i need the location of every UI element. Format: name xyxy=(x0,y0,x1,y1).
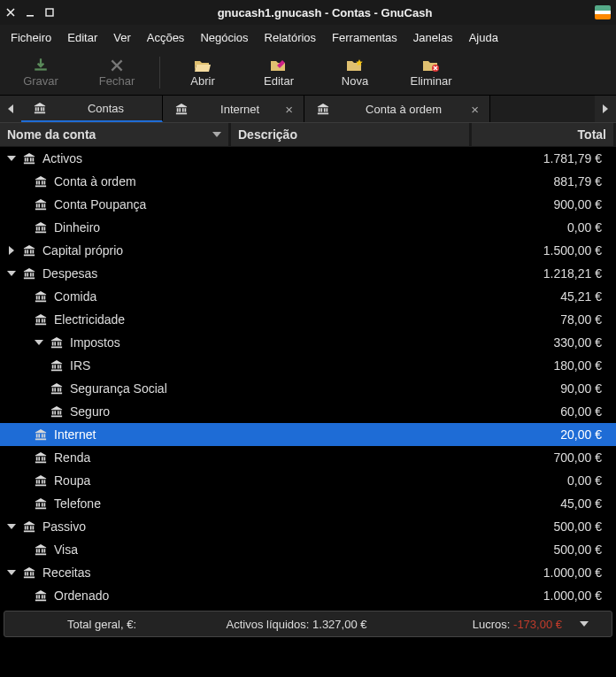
svg-rect-1 xyxy=(46,9,53,16)
status-save-indicator-icon xyxy=(595,5,611,19)
collapse-icon[interactable] xyxy=(5,570,18,575)
tab-scroll-left[interactable] xyxy=(0,96,21,122)
bank-icon xyxy=(49,382,65,395)
account-name: Internet xyxy=(54,427,467,442)
bank-icon xyxy=(33,313,49,326)
header-name[interactable]: Nome da conta xyxy=(0,123,228,146)
tab-contas[interactable]: Contas xyxy=(21,96,163,122)
account-row[interactable]: IRS180,00 € xyxy=(0,354,616,377)
tab-scroll-right[interactable] xyxy=(595,96,616,122)
account-total: 0,00 € xyxy=(467,220,609,235)
account-row[interactable]: Impostos330,00 € xyxy=(0,331,616,354)
account-name: Receitas xyxy=(42,565,467,580)
summary-dropdown[interactable] xyxy=(580,621,603,627)
new-button[interactable]: Nova xyxy=(318,56,392,89)
bank-icon xyxy=(315,103,331,115)
account-row[interactable]: Segurança Social90,00 € xyxy=(0,377,616,400)
bank-icon xyxy=(33,543,49,556)
folder-open-icon xyxy=(194,58,212,73)
menu-negócios[interactable]: Negócios xyxy=(193,27,255,48)
account-row[interactable]: Comida45,21 € xyxy=(0,285,616,308)
account-total: 90,00 € xyxy=(467,381,609,396)
menu-acções[interactable]: Acções xyxy=(140,27,192,48)
bank-icon xyxy=(21,152,37,165)
account-total: 78,00 € xyxy=(467,312,609,327)
account-row[interactable]: Dinheiro0,00 € xyxy=(0,216,616,239)
bank-icon xyxy=(21,520,37,533)
header-description[interactable]: Descrição xyxy=(231,123,469,146)
menu-ajuda[interactable]: Ajuda xyxy=(462,27,505,48)
account-name: Capital próprio xyxy=(42,243,467,258)
summary-bar[interactable]: Total geral, €: Activos líquidos: 1.327,… xyxy=(4,611,612,637)
header-total[interactable]: Total xyxy=(472,123,613,146)
account-row[interactable]: Telefone45,00 € xyxy=(0,492,616,515)
account-row[interactable]: Electricidade78,00 € xyxy=(0,308,616,331)
account-total: 330,00 € xyxy=(467,335,609,350)
account-row[interactable]: Seguro60,00 € xyxy=(0,400,616,423)
account-name: Dinheiro xyxy=(54,220,467,235)
sort-indicator-icon xyxy=(212,132,221,137)
window-maximize-icon[interactable] xyxy=(44,7,55,18)
menu-ficheiro[interactable]: Ficheiro xyxy=(4,27,58,48)
window-minimize-icon[interactable] xyxy=(25,7,35,18)
account-total: 0,00 € xyxy=(467,473,609,488)
collapse-icon[interactable] xyxy=(5,156,18,161)
account-total: 1.781,79 € xyxy=(467,151,609,165)
account-total: 500,00 € xyxy=(467,542,609,557)
column-headers: Nome da conta Descrição Total xyxy=(0,122,616,147)
menu-editar[interactable]: Editar xyxy=(60,27,104,48)
account-name: Ordenado xyxy=(54,589,467,603)
menu-janelas[interactable]: Janelas xyxy=(406,27,460,48)
account-row[interactable]: Capital próprio1.500,00 € xyxy=(0,239,616,262)
tab-close-icon[interactable]: × xyxy=(285,103,293,116)
collapse-icon[interactable] xyxy=(5,271,18,276)
window-close-icon[interactable] xyxy=(5,7,16,18)
menu-relatórios[interactable]: Relatórios xyxy=(258,27,324,48)
account-row[interactable]: Renda700,00 € xyxy=(0,446,616,469)
account-name: Segurança Social xyxy=(70,381,467,396)
account-name: IRS xyxy=(70,358,467,373)
bank-icon xyxy=(33,497,49,510)
tab-conta-à-ordem[interactable]: Conta à ordem× xyxy=(304,96,490,122)
account-row[interactable]: Visa500,00 € xyxy=(0,538,616,561)
bank-icon xyxy=(33,198,49,211)
menubar: FicheiroEditarVerAcçõesNegóciosRelatório… xyxy=(0,25,616,50)
account-row[interactable]: Passivo500,00 € xyxy=(0,515,616,538)
folder-star-icon xyxy=(346,58,364,73)
menu-ferramentas[interactable]: Ferramentas xyxy=(325,27,404,48)
account-row[interactable]: Activos1.781,79 € xyxy=(0,147,616,170)
account-name: Roupa xyxy=(54,473,467,488)
account-row[interactable]: Roupa0,00 € xyxy=(0,469,616,492)
open-button[interactable]: Abrir xyxy=(166,56,240,89)
bank-icon xyxy=(49,405,65,418)
edit-button[interactable]: Editar xyxy=(242,56,316,89)
collapse-icon[interactable] xyxy=(33,340,45,345)
bank-icon xyxy=(21,566,37,579)
close-icon xyxy=(109,58,125,73)
delete-button[interactable]: Eliminar xyxy=(394,56,468,89)
collapse-icon[interactable] xyxy=(5,524,18,529)
save-button[interactable]: Gravar xyxy=(4,56,78,89)
bank-icon xyxy=(49,359,65,372)
account-name: Impostos xyxy=(70,335,467,350)
tab-close-icon[interactable]: × xyxy=(471,103,479,116)
account-row[interactable]: Receitas1.000,00 € xyxy=(0,561,616,584)
account-row[interactable]: Despesas1.218,21 € xyxy=(0,262,616,285)
account-total: 1.000,00 € xyxy=(467,565,609,580)
account-name: Conta Poupança xyxy=(54,197,467,212)
account-total: 1.500,00 € xyxy=(467,243,609,258)
menu-ver[interactable]: Ver xyxy=(106,27,138,48)
account-row[interactable]: Internet20,00 € xyxy=(0,423,616,446)
tabbar: ContasInternet×Conta à ordem× xyxy=(0,96,616,122)
close-button[interactable]: Fechar xyxy=(80,56,154,89)
account-total: 45,00 € xyxy=(467,496,609,511)
account-total: 881,79 € xyxy=(467,174,609,188)
account-row[interactable]: Ordenado1.000,00 € xyxy=(0,584,616,607)
tab-internet[interactable]: Internet× xyxy=(163,96,304,122)
expand-icon[interactable] xyxy=(5,246,18,255)
account-total: 500,00 € xyxy=(467,519,609,534)
account-row[interactable]: Conta Poupança900,00 € xyxy=(0,193,616,216)
account-name: Electricidade xyxy=(54,312,467,327)
account-row[interactable]: Conta à ordem881,79 € xyxy=(0,170,616,193)
window-title: gnucash1.gnucash - Contas - GnuCash xyxy=(55,6,595,19)
